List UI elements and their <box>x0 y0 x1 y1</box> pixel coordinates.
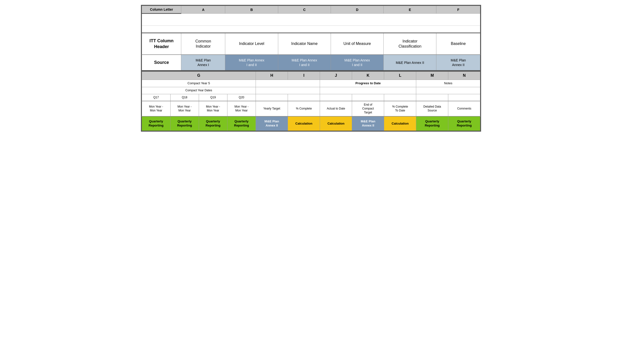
main-table-container: Column Letter A B C D E F ITT ColumnHead… <box>141 5 481 132</box>
source-col-e: M&E Plan Annex II <box>384 55 436 71</box>
progress-to-date-label: Progress to Date <box>320 80 416 87</box>
source-m: QuarterlyReporting <box>416 116 448 131</box>
source-col-f: M&E PlanAnnex II <box>436 55 480 71</box>
itt-col-f: Baseline <box>436 33 480 55</box>
col-f-header: F <box>436 6 480 14</box>
col-l-header: L <box>384 71 416 80</box>
itt-col-e: IndicatorClassification <box>384 33 436 55</box>
q17-date: Mon Year -Mon Year <box>142 101 170 116</box>
itt-col-d: Unit of Measure <box>331 33 383 55</box>
itt-column-header-label: ITT ColumnHeader <box>142 33 181 55</box>
itt-col-c: Indicator Name <box>278 33 331 55</box>
empty-l-q <box>384 94 416 101</box>
col-n-header: N <box>448 71 480 80</box>
yearly-target-label: Yearly Target <box>256 101 288 116</box>
col-i-header: I <box>288 71 320 80</box>
source-q20: QuarterlyReporting <box>227 116 256 131</box>
empty-i-q <box>288 94 320 101</box>
q17-label: Q17 <box>142 94 170 101</box>
empty-row-1 <box>142 14 480 26</box>
empty-h-q <box>256 94 288 101</box>
empty-n-q <box>448 94 480 101</box>
source-col-b: M&E Plan AnnexI and II <box>225 55 278 71</box>
q19-date: Mon Year -Mon Year <box>199 101 227 116</box>
source-col-d: M&E Plan AnnexI and II <box>331 55 383 71</box>
col-a-header: A <box>181 6 225 14</box>
empty-row-2 <box>142 26 480 33</box>
source-q19: QuarterlyReporting <box>199 116 227 131</box>
q18-label: Q18 <box>170 94 199 101</box>
q20-label: Q20 <box>227 94 256 101</box>
comments-label: Comments <box>448 101 480 116</box>
col-h-header: H <box>256 71 288 80</box>
source-h: M&E PlanAnnex II <box>256 116 288 131</box>
pct-complete-to-date-label: % CompleteTo Date <box>384 101 416 116</box>
col-b-header: B <box>225 6 278 14</box>
source-k: M&E PlanAnnex II <box>352 116 384 131</box>
empty-mn <box>416 87 480 94</box>
col-m-header: M <box>416 71 448 80</box>
col-j-header: J <box>320 71 352 80</box>
col-e-header: E <box>384 6 436 14</box>
pct-complete-label: % Complete <box>288 101 320 116</box>
compact-year-label: Compact Year 5 <box>142 80 256 87</box>
col-d-header: D <box>331 6 383 14</box>
source-n: QuarterlyReporting <box>448 116 480 131</box>
source-col-a: M&E PlanAnnex I <box>181 55 225 71</box>
source-q18: QuarterlyReporting <box>170 116 199 131</box>
end-compact-target-label: End ofCompactTarget <box>352 101 384 116</box>
source-q17: QuarterlyReporting <box>142 116 170 131</box>
source-label: Source <box>142 55 181 71</box>
empty-hi-2 <box>256 87 320 94</box>
itt-col-b: Indicator Level <box>225 33 278 55</box>
source-l: Calculation <box>384 116 416 131</box>
source-j: Calculation <box>320 116 352 131</box>
source-col-c: M&E Plan AnnexI and II <box>278 55 331 71</box>
detailed-data-source-label: Detailed DataSource <box>416 101 448 116</box>
empty-k-q <box>352 94 384 101</box>
col-g-header: G <box>142 71 256 80</box>
actual-to-date-label: Actual to Date <box>320 101 352 116</box>
col-c-header: C <box>278 6 331 14</box>
compact-year-dates: Compact Year Dates <box>142 87 256 94</box>
source-i: Calculation <box>288 116 320 131</box>
notes-label: Notes <box>416 80 480 87</box>
empty-jkl <box>320 87 416 94</box>
empty-m-q <box>416 94 448 101</box>
column-letter-header: Column Letter <box>142 6 181 14</box>
q20-date: Mon Year -Mon Year <box>227 101 256 116</box>
q18-date: Mon Year -Mon Year <box>170 101 199 116</box>
empty-j-q <box>320 94 352 101</box>
itt-col-a: CommonIndicator <box>181 33 225 55</box>
col-k-header: K <box>352 71 384 80</box>
q19-label: Q19 <box>199 94 227 101</box>
empty-hi-1 <box>256 80 320 87</box>
